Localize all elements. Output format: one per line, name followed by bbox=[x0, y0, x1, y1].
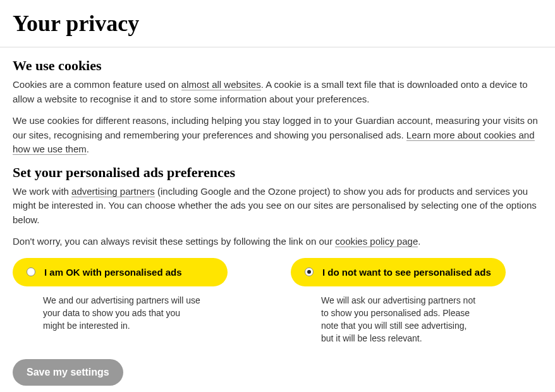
cookies-paragraph-2: We use cookies for different reasons, in… bbox=[13, 114, 542, 157]
ads-paragraph-2: Don't worry, you can always revisit thes… bbox=[13, 235, 542, 249]
option-no-pill[interactable]: I do not want to see personalised ads bbox=[291, 258, 506, 286]
divider bbox=[0, 47, 555, 47]
option-ok-desc: We and our advertising partners will use… bbox=[13, 294, 202, 333]
radio-dot-icon bbox=[307, 270, 311, 274]
almost-all-websites-link[interactable]: almost all websites bbox=[181, 79, 261, 90]
option-ok-personalised: I am OK with personalised ads We and our… bbox=[13, 258, 228, 345]
option-no-label: I do not want to see personalised ads bbox=[322, 267, 491, 278]
cookies-paragraph-1: Cookies are a common feature used on alm… bbox=[13, 78, 542, 106]
ads-preferences-heading: Set your personalised ads preferences bbox=[13, 164, 542, 181]
save-settings-button[interactable]: Save my settings bbox=[13, 359, 123, 386]
radio-icon bbox=[27, 267, 35, 276]
option-no-personalised: I do not want to see personalised ads We… bbox=[291, 258, 506, 345]
option-ok-label: I am OK with personalised ads bbox=[44, 267, 182, 278]
radio-icon bbox=[305, 267, 314, 276]
cookies-heading: We use cookies bbox=[13, 58, 542, 74]
page-title: Your privacy bbox=[13, 0, 542, 47]
ads-options-row: I am OK with personalised ads We and our… bbox=[13, 258, 542, 345]
option-no-desc: We will ask our advertising partners not… bbox=[291, 294, 480, 345]
ads-paragraph-1: We work with advertising partners (inclu… bbox=[13, 185, 542, 228]
advertising-partners-link[interactable]: advertising partners bbox=[71, 186, 155, 197]
cookies-policy-link[interactable]: cookies policy page bbox=[335, 236, 418, 247]
option-ok-pill[interactable]: I am OK with personalised ads bbox=[13, 258, 228, 286]
